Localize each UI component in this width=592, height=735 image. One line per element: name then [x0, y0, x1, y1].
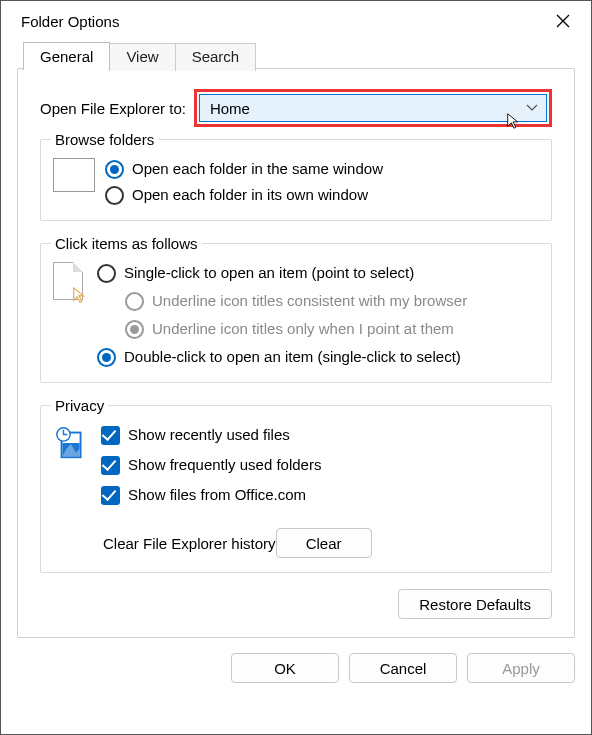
- restore-defaults-button[interactable]: Restore Defaults: [398, 589, 552, 619]
- check-recent-files[interactable]: Show recently used files: [101, 424, 372, 446]
- radio-single-click[interactable]: Single-click to open an item (point to s…: [97, 262, 467, 284]
- radio-single-click-label: Single-click to open an item (point to s…: [124, 262, 414, 284]
- document-click-icon: [53, 262, 87, 302]
- radio-underline-point: Underline icon titles only when I point …: [125, 318, 467, 340]
- open-to-row: Open File Explorer to: Home: [40, 89, 552, 127]
- open-to-label: Open File Explorer to:: [40, 100, 186, 117]
- tab-panel-general: Open File Explorer to: Home Browse folde…: [17, 68, 575, 638]
- click-items-legend: Click items as follows: [51, 235, 202, 252]
- radio-own-window[interactable]: Open each folder in its own window: [105, 184, 383, 206]
- radio-indicator: [105, 186, 124, 205]
- radio-own-window-label: Open each folder in its own window: [132, 184, 368, 206]
- click-items-group: Click items as follows Single-click to o…: [40, 235, 552, 383]
- checkbox-indicator: [101, 486, 120, 505]
- checkbox-indicator: [101, 456, 120, 475]
- folder-icon: [53, 158, 95, 192]
- radio-indicator: [105, 160, 124, 179]
- clear-history-label: Clear File Explorer history: [103, 535, 276, 552]
- radio-underline-browser: Underline icon titles consistent with my…: [125, 290, 467, 312]
- browse-folders-legend: Browse folders: [51, 131, 158, 148]
- tab-view[interactable]: View: [109, 43, 175, 71]
- check-office-files-label: Show files from Office.com: [128, 484, 306, 506]
- check-recent-files-label: Show recently used files: [128, 424, 290, 446]
- radio-same-window[interactable]: Open each folder in the same window: [105, 158, 383, 180]
- radio-same-window-label: Open each folder in the same window: [132, 158, 383, 180]
- ok-button[interactable]: OK: [231, 653, 339, 683]
- tab-general[interactable]: General: [23, 42, 110, 70]
- privacy-group: Privacy Show recently used files: [40, 397, 552, 573]
- checkbox-indicator: [101, 426, 120, 445]
- browse-folders-group: Browse folders Open each folder in the s…: [40, 131, 552, 221]
- check-office-files[interactable]: Show files from Office.com: [101, 484, 372, 506]
- check-frequent-folders-label: Show frequently used folders: [128, 454, 321, 476]
- radio-indicator: [97, 264, 116, 283]
- open-to-combobox[interactable]: Home: [199, 94, 547, 122]
- tabs: General View Search: [1, 41, 591, 69]
- dialog-footer: OK Cancel Apply: [1, 639, 591, 697]
- clear-button[interactable]: Clear: [276, 528, 372, 558]
- cancel-button[interactable]: Cancel: [349, 653, 457, 683]
- radio-underline-point-label: Underline icon titles only when I point …: [152, 318, 454, 340]
- window-title: Folder Options: [21, 13, 119, 30]
- radio-double-click[interactable]: Double-click to open an item (single-cli…: [97, 346, 467, 368]
- open-to-value: Home: [210, 100, 250, 117]
- privacy-icon: [53, 424, 91, 462]
- tab-search[interactable]: Search: [175, 43, 257, 71]
- titlebar: Folder Options: [1, 1, 591, 41]
- apply-button[interactable]: Apply: [467, 653, 575, 683]
- radio-underline-browser-label: Underline icon titles consistent with my…: [152, 290, 467, 312]
- radio-indicator: [125, 320, 144, 339]
- highlight-annotation: Home: [194, 89, 552, 127]
- radio-indicator: [125, 292, 144, 311]
- privacy-legend: Privacy: [51, 397, 108, 414]
- radio-double-click-label: Double-click to open an item (single-cli…: [124, 346, 461, 368]
- cursor-icon: [505, 112, 523, 130]
- radio-indicator: [97, 348, 116, 367]
- close-icon: [556, 14, 570, 28]
- check-frequent-folders[interactable]: Show frequently used folders: [101, 454, 372, 476]
- chevron-down-icon: [526, 104, 538, 112]
- close-button[interactable]: [549, 7, 577, 35]
